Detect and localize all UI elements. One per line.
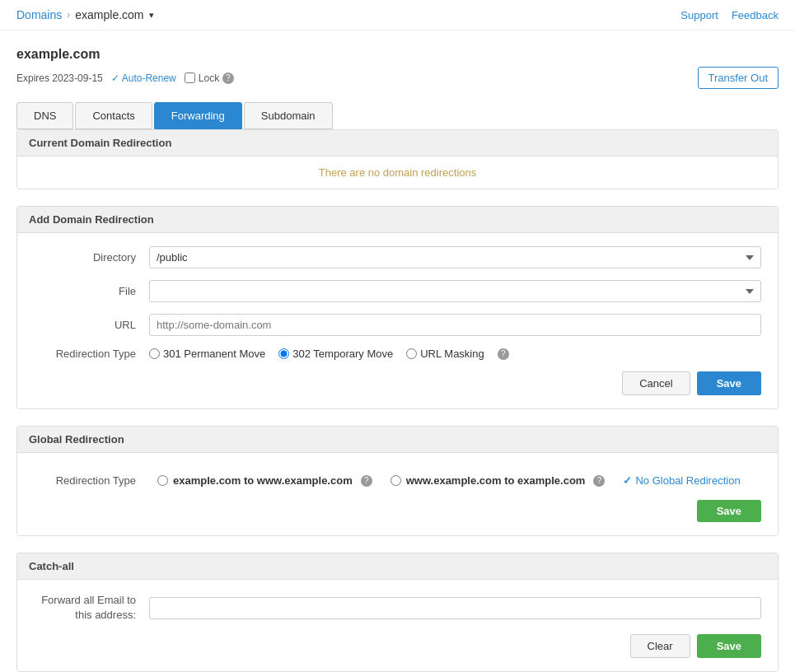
tab-contacts[interactable]: Contacts	[75, 102, 152, 129]
catchall-save-button[interactable]: Save	[697, 634, 761, 658]
directory-select[interactable]: /public	[149, 246, 761, 268]
expires-label: Expires 2023-09-15	[16, 72, 103, 84]
global-redir-actions: Save	[34, 500, 761, 522]
global-redir-type-label: Redirection Type	[34, 474, 149, 487]
radio-301[interactable]	[149, 348, 160, 359]
lock-help-icon[interactable]: ?	[222, 72, 234, 84]
transfer-out-button[interactable]: Transfer Out	[698, 67, 779, 89]
global-option1-text: example.com to www.example.com	[173, 474, 353, 487]
global-save-button[interactable]: Save	[697, 500, 761, 522]
catchall-section: Catch-all Forward all Email to this addr…	[16, 553, 779, 672]
top-bar: Domains › example.com ▾ Support Feedback	[0, 0, 795, 30]
page-content: example.com Expires 2023-09-15 ✓ Auto-Re…	[0, 30, 795, 672]
global-option1-help-icon[interactable]: ?	[361, 475, 372, 487]
domains-arrow-icon: ›	[67, 9, 70, 21]
domains-link[interactable]: Domains	[16, 8, 62, 21]
global-option1-label[interactable]: example.com to www.example.com ?	[157, 474, 372, 487]
add-redirection-section: Add Domain Redirection Directory /public…	[16, 206, 779, 409]
transfer-out-wrapper: Transfer Out	[698, 67, 779, 89]
directory-row: Directory /public	[34, 246, 761, 268]
global-option2-help-icon[interactable]: ?	[593, 475, 605, 487]
tab-forwarding[interactable]: Forwarding	[154, 102, 242, 129]
radio-url-label[interactable]: URL Masking	[406, 348, 484, 360]
add-redirection-actions: Cancel Save	[34, 371, 761, 395]
catchall-email-input[interactable]	[149, 597, 761, 619]
no-global-label: ✓ No Global Redirection	[623, 474, 740, 487]
redirection-type-row: Redirection Type 301 Permanent Move 302 …	[34, 348, 761, 360]
catchall-body: Forward all Email to this address: Clear…	[17, 580, 778, 671]
radio-url[interactable]	[406, 348, 417, 359]
catchall-label: Forward all Email to this address:	[34, 593, 149, 623]
top-bar-links: Support Feedback	[680, 9, 779, 21]
radio-302-text: 302 Temporary Move	[292, 348, 393, 360]
current-domain-label: example.com	[75, 8, 143, 21]
catchall-row: Forward all Email to this address:	[34, 593, 761, 623]
cancel-button[interactable]: Cancel	[622, 371, 690, 395]
breadcrumb: Domains › example.com ▾	[16, 8, 154, 21]
save-button[interactable]: Save	[697, 371, 761, 395]
radio-302-label[interactable]: 302 Temporary Move	[278, 348, 393, 360]
radio-url-text: URL Masking	[420, 348, 484, 360]
url-input[interactable]	[149, 314, 761, 336]
file-label: File	[34, 285, 149, 297]
global-radio-option1[interactable]	[157, 475, 168, 486]
auto-renew-text: Auto-Renew	[122, 72, 176, 84]
clear-button[interactable]: Clear	[630, 634, 690, 658]
radio-301-text: 301 Permanent Move	[163, 348, 265, 360]
no-redirections-message: There are no domain redirections	[17, 156, 778, 189]
directory-label: Directory	[34, 251, 149, 264]
domain-chevron-icon: ▾	[149, 10, 154, 21]
global-option2-label[interactable]: www.example.com to example.com ?	[390, 474, 606, 487]
no-global-check-icon: ✓	[623, 474, 632, 487]
global-redirection-body: Redirection Type example.com to www.exam…	[17, 453, 778, 535]
global-redir-row: Redirection Type example.com to www.exam…	[34, 466, 761, 495]
catchall-header: Catch-all	[17, 553, 778, 580]
tabs: DNS Contacts Forwarding Subdomain	[16, 102, 779, 129]
file-select[interactable]	[149, 280, 761, 302]
add-redirection-header: Add Domain Redirection	[17, 207, 778, 233]
radio-302[interactable]	[278, 348, 289, 359]
url-row: URL	[34, 314, 761, 336]
redir-type-help-icon[interactable]: ?	[498, 348, 509, 360]
current-redirection-header: Current Domain Redirection	[17, 130, 778, 156]
domain-meta-row: Expires 2023-09-15 ✓ Auto-Renew Lock ? T…	[16, 67, 779, 89]
url-label: URL	[34, 319, 149, 331]
radio-301-label[interactable]: 301 Permanent Move	[149, 348, 265, 360]
global-redirection-header: Global Redirection	[17, 427, 778, 453]
feedback-link[interactable]: Feedback	[732, 9, 779, 21]
support-link[interactable]: Support	[680, 9, 718, 21]
lock-section: Lock ?	[185, 72, 234, 84]
lock-label: Lock	[199, 72, 219, 84]
global-redirection-section: Global Redirection Redirection Type exam…	[16, 426, 779, 536]
autorenew-check-icon: ✓	[111, 72, 119, 84]
file-row: File	[34, 280, 761, 302]
global-radio-option2[interactable]	[390, 475, 401, 486]
current-redirection-section: Current Domain Redirection There are no …	[16, 129, 779, 189]
no-global-text: No Global Redirection	[635, 474, 740, 487]
lock-checkbox[interactable]	[185, 72, 195, 83]
redirection-type-group: 301 Permanent Move 302 Temporary Move UR…	[149, 348, 509, 360]
redirection-type-label: Redirection Type	[34, 348, 149, 360]
catchall-actions: Clear Save	[34, 634, 761, 658]
add-redirection-body: Directory /public File URL Redirection T…	[17, 233, 778, 408]
tab-dns[interactable]: DNS	[16, 102, 73, 129]
global-option2-text: www.example.com to example.com	[406, 474, 586, 487]
domain-title: example.com	[16, 47, 779, 62]
tab-subdomain[interactable]: Subdomain	[244, 102, 333, 129]
auto-renew-label: ✓ Auto-Renew	[111, 72, 176, 84]
